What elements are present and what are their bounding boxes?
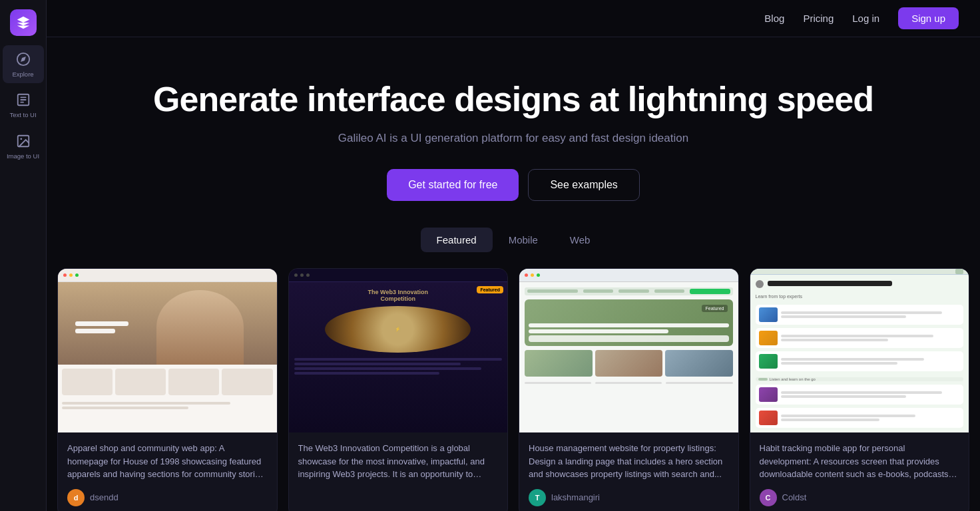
author-name-resources: Coldst — [782, 492, 807, 502]
card-house-description: House management website for property li… — [529, 442, 729, 481]
tab-featured[interactable]: Featured — [421, 228, 493, 252]
tab-mobile[interactable]: Mobile — [493, 228, 554, 252]
card-house-info: House management website for property li… — [519, 432, 738, 511]
card-house[interactable]: Featured — [519, 268, 739, 511]
nav-signup-button[interactable]: Sign up — [898, 7, 959, 29]
card-house-image: Featured — [519, 269, 738, 432]
card-web3-info: The Web3 Innovation Competition is a glo… — [289, 432, 508, 500]
text-to-ui-icon — [15, 91, 32, 108]
sidebar-explore-label: Explore — [12, 71, 33, 78]
card-resources-description: Habit tracking mobile app for personal d… — [760, 442, 960, 481]
card-resources-image: Learn from top experts — [750, 269, 969, 432]
main-content: Generate interface designs at lightning … — [47, 0, 980, 511]
sidebar: Explore Text to UI Image to UI — [0, 0, 47, 511]
hero-subtitle: Galileo AI is a UI generation platform f… — [73, 132, 953, 145]
nav-pricing[interactable]: Pricing — [803, 13, 834, 24]
author-avatar-house: T — [529, 489, 546, 506]
image-to-ui-icon — [15, 132, 32, 150]
tab-web[interactable]: Web — [554, 228, 607, 252]
author-name: dsendd — [90, 492, 119, 502]
svg-point-4 — [20, 138, 22, 140]
cards-grid: Apparel shop and community web app: A ho… — [47, 268, 980, 511]
navbar: Blog Pricing Log in Sign up — [47, 0, 980, 37]
see-examples-button[interactable]: See examples — [528, 169, 639, 201]
hero-title: Generate interface designs at lightning … — [73, 80, 953, 120]
card-web3-image: Featured The Web3 InnovationCompetition … — [289, 269, 508, 432]
card-apparel[interactable]: Apparel shop and community web app: A ho… — [57, 268, 278, 511]
hero-buttons: Get started for free See examples — [73, 169, 953, 201]
svg-marker-1 — [21, 57, 26, 62]
card-resources-info: Habit tracking mobile app for personal d… — [750, 432, 969, 511]
author-avatar: d — [67, 489, 85, 506]
explore-icon — [15, 51, 32, 68]
get-started-button[interactable]: Get started for free — [387, 169, 519, 201]
sidebar-image-to-ui-label: Image to UI — [7, 152, 39, 160]
hero-section: Generate interface designs at lightning … — [47, 37, 980, 228]
featured-badge: Featured — [477, 286, 503, 293]
card-apparel-info: Apparel shop and community web app: A ho… — [58, 432, 277, 511]
sidebar-item-image-to-ui[interactable]: Image to UI — [3, 127, 44, 165]
author-avatar-resources: C — [760, 489, 777, 506]
brand-logo[interactable] — [10, 9, 37, 36]
card-house-author: T lakshmangiri — [529, 489, 729, 506]
nav-blog[interactable]: Blog — [764, 13, 784, 24]
card-apparel-description: Apparel shop and community web app: A ho… — [67, 442, 268, 481]
sidebar-text-to-ui-label: Text to UI — [9, 111, 36, 118]
card-resources-author: C Coldst — [760, 489, 960, 506]
author-name-house: lakshmangiri — [551, 492, 600, 502]
sidebar-item-text-to-ui[interactable]: Text to UI — [3, 86, 44, 124]
card-web3[interactable]: Featured The Web3 InnovationCompetition … — [288, 268, 509, 511]
tabs-bar: Featured Mobile Web — [47, 228, 980, 252]
card-resources[interactable]: Learn from top experts — [750, 268, 970, 511]
card-apparel-image — [58, 269, 277, 432]
nav-login[interactable]: Log in — [852, 13, 879, 24]
sidebar-item-explore[interactable]: Explore — [3, 45, 44, 83]
card-web3-description: The Web3 Innovation Competition is a glo… — [298, 442, 499, 481]
card-apparel-author: d dsendd — [67, 489, 268, 506]
logo-icon — [16, 15, 31, 30]
